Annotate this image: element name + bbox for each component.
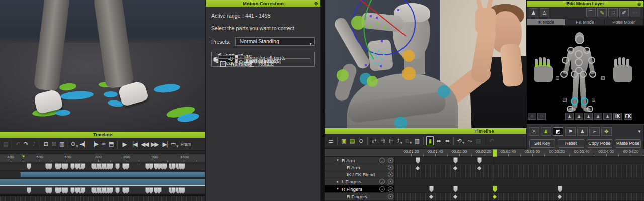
track-name-cell[interactable]: ▸L Fingers⌄✕ xyxy=(325,178,395,185)
bone-handle[interactable] xyxy=(370,15,372,17)
select-character-icon[interactable]: ♟ xyxy=(541,127,551,136)
remove-track-icon[interactable]: ✕ xyxy=(388,165,393,170)
export-range-icon[interactable]: ⬒ xyxy=(108,140,115,149)
pose-person-icon[interactable]: ♟ xyxy=(577,127,588,136)
remove-track-icon[interactable]: ✕ xyxy=(388,172,393,177)
track-lane[interactable] xyxy=(395,171,644,178)
track-options-icon[interactable]: ⌄ xyxy=(379,186,385,192)
joint-selector[interactable] xyxy=(571,71,578,78)
prev-key-icon[interactable]: ◀▏ xyxy=(79,140,89,149)
range-select-icon[interactable]: ▭▼ xyxy=(170,140,179,149)
align-track-icon[interactable]: ▥ xyxy=(413,136,421,145)
joint-selector[interactable] xyxy=(588,57,595,64)
keyframe-pin[interactable] xyxy=(157,187,162,194)
show-character-icon[interactable]: ♙ xyxy=(529,127,539,136)
add-motion-icon[interactable]: ⇉ xyxy=(379,136,386,145)
keyframe-pin[interactable] xyxy=(181,163,185,170)
keyframe-pin[interactable] xyxy=(115,187,120,194)
play-icon[interactable]: ▶ xyxy=(120,140,129,149)
joint-selector[interactable] xyxy=(567,47,574,54)
delete-clip-icon[interactable]: ⊠ xyxy=(50,140,58,149)
track-row[interactable]: ▸L Fingers⌄✕ xyxy=(325,178,644,185)
left-3d-viewport[interactable] xyxy=(0,0,205,132)
selected-finger-segment[interactable] xyxy=(547,63,550,67)
copy-pose-button[interactable]: Copy Pose xyxy=(587,139,613,148)
keyframe-pin[interactable] xyxy=(64,187,68,194)
keyframe-track-row[interactable] xyxy=(0,186,205,195)
keyframe-pin[interactable] xyxy=(115,163,120,170)
zoom-timeline-icon[interactable]: ⊕▼ xyxy=(70,140,79,149)
timeline-titlebar[interactable]: Timeline xyxy=(0,132,205,138)
body-part-upper-icon[interactable]: ♟ xyxy=(575,113,583,120)
person-up-icon[interactable]: ♟ xyxy=(529,8,538,17)
break-clip-icon[interactable]: ⤴▼ xyxy=(396,136,404,145)
body-part-right-icon[interactable]: ♟ xyxy=(603,113,612,120)
save-icon[interactable]: ▤ xyxy=(2,140,10,149)
fast-rewind-icon[interactable]: ◀◀ xyxy=(140,140,149,149)
fast-forward-icon[interactable]: ▶▶ xyxy=(150,140,159,149)
presets-dropdown[interactable]: Normal Standing ▼ xyxy=(235,37,315,46)
joint-selector[interactable] xyxy=(587,106,593,112)
loop-clip-icon[interactable]: ⇄ xyxy=(370,136,378,145)
track-name-cell[interactable]: R Arm✕ xyxy=(325,164,395,171)
tracking-marker-cyan[interactable] xyxy=(394,117,407,128)
track-row[interactable]: IK / FK Blend✕ xyxy=(325,171,644,178)
keyframe-diamond[interactable] xyxy=(453,195,457,199)
track-name-cell[interactable]: R Fingers✕ xyxy=(325,193,395,201)
keyframe-pin[interactable] xyxy=(163,163,167,170)
track-lane[interactable] xyxy=(395,164,644,171)
curve-editor-icon[interactable]: ⤳ xyxy=(466,136,473,145)
track-view-icon[interactable]: ▥ xyxy=(58,140,66,149)
joint-selector[interactable] xyxy=(575,50,583,58)
keyframe-pin[interactable] xyxy=(171,187,176,194)
joint-selector[interactable] xyxy=(560,71,568,78)
expand-toggle-icon[interactable]: ▾ xyxy=(336,187,340,191)
tab-ik-mode[interactable]: IK Mode xyxy=(527,19,566,26)
remove-track-icon[interactable]: ✕ xyxy=(388,179,393,184)
keyframe-pin[interactable] xyxy=(453,157,458,164)
motion-clip[interactable] xyxy=(20,172,205,177)
last-frame-icon[interactable]: ▶| xyxy=(160,140,170,149)
stretch-clip-icon[interactable]: ⬌ xyxy=(435,136,442,145)
remove-track-icon[interactable]: ✕ xyxy=(388,194,393,199)
tracking-marker-orange[interactable] xyxy=(402,67,416,80)
keyframe-pin[interactable] xyxy=(48,163,52,170)
close-icon[interactable]: ⊗ xyxy=(637,1,641,7)
joint-selector-active[interactable] xyxy=(581,97,588,105)
track-lane[interactable] xyxy=(395,185,644,193)
first-frame-icon[interactable]: |◀ xyxy=(130,140,139,149)
record-motion-icon[interactable]: ▣ xyxy=(340,136,348,145)
fit-range-icon[interactable]: ⇹ xyxy=(100,140,107,149)
paste-pose-button[interactable]: Paste Pose xyxy=(615,139,641,148)
track-list-icon[interactable]: ☰ xyxy=(327,136,335,145)
lock-icon[interactable] xyxy=(556,76,559,80)
rotate-checkbox[interactable] xyxy=(249,61,254,67)
rotate-gizmo-icon[interactable]: ⟳ xyxy=(537,113,546,120)
track-name-cell[interactable]: ▾R Arm⌄✕ xyxy=(325,157,395,164)
keyframe-pin[interactable] xyxy=(171,163,176,170)
keyframe-pin[interactable] xyxy=(70,187,75,194)
reset-button[interactable]: Reset xyxy=(558,139,584,148)
person-link-icon[interactable]: ♙ xyxy=(540,8,549,17)
subtrack-striped-row[interactable] xyxy=(0,195,205,201)
tracking-marker-green[interactable] xyxy=(367,76,378,87)
keyframe-pin[interactable] xyxy=(477,157,482,164)
track-lane[interactable] xyxy=(395,157,644,164)
clip-mode-icon[interactable]: ▮ xyxy=(426,136,434,145)
tab-pose-mixer[interactable]: Pose Mixer xyxy=(605,19,643,26)
track-row[interactable]: ▾R Fingers⌄✕ xyxy=(325,185,644,193)
play-pose-icon[interactable]: ➣ xyxy=(589,127,600,136)
keyframe-pin[interactable] xyxy=(70,163,75,170)
picker-left-hand[interactable] xyxy=(534,65,553,82)
bone-lock-icon[interactable]: ✏ xyxy=(630,8,640,17)
expand-range-icon[interactable]: ⇔ xyxy=(443,136,451,145)
move-gizmo-icon[interactable]: ✥ xyxy=(528,113,536,120)
track-row[interactable]: R Arm✕ xyxy=(325,164,644,171)
key-note-icon[interactable]: ♪ xyxy=(30,140,38,149)
mirror-pose-icon[interactable]: ◩ xyxy=(553,127,564,136)
show-hide-track-icon[interactable]: ⊙ xyxy=(357,136,365,145)
joint-selector[interactable] xyxy=(580,71,587,78)
dialog-titlebar[interactable]: Motion Correction ⊗ xyxy=(206,0,320,7)
keyframe-diamond[interactable] xyxy=(453,166,457,170)
lock-icon[interactable] xyxy=(592,98,595,102)
